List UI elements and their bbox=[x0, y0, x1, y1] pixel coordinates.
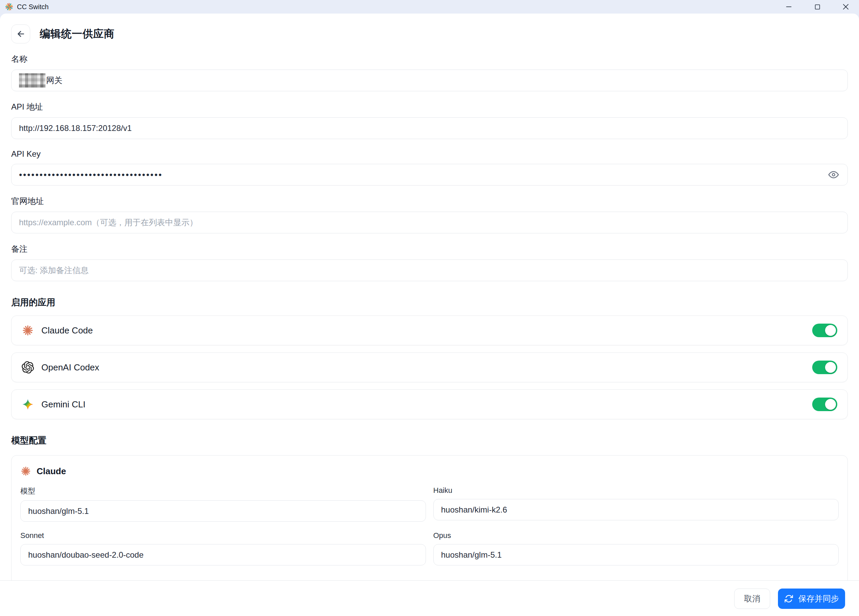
model-field-sonnet: Sonnet bbox=[20, 531, 426, 566]
close-button[interactable] bbox=[839, 1, 852, 13]
toggle-openai-codex[interactable] bbox=[812, 361, 837, 374]
scroll-area[interactable]: 编辑统一供应商 名称 网关 API 地址 API Key bbox=[0, 14, 859, 581]
save-button-label: 保存并同步 bbox=[798, 593, 839, 604]
model-field-opus: Opus bbox=[433, 531, 839, 566]
model-card-header: Claude bbox=[20, 466, 839, 477]
name-input[interactable]: 网关 bbox=[11, 70, 848, 91]
model-config-section-title: 模型配置 bbox=[11, 435, 848, 446]
maximize-button[interactable] bbox=[811, 1, 824, 13]
model-field-label: Opus bbox=[433, 531, 839, 540]
name-field-group: 名称 网关 bbox=[11, 53, 848, 91]
app-row-claude-code: Claude Code bbox=[11, 316, 848, 345]
openai-icon bbox=[22, 361, 34, 374]
api-key-label: API Key bbox=[11, 149, 848, 159]
claude-icon bbox=[22, 324, 34, 336]
model-field-label: Haiku bbox=[433, 486, 839, 495]
model-card-title: Claude bbox=[37, 466, 66, 477]
cancel-button[interactable]: 取消 bbox=[734, 588, 770, 609]
toggle-knob bbox=[825, 399, 836, 410]
model-grid: 模型 Haiku Sonnet Opus bbox=[20, 486, 839, 575]
model-field-label: 模型 bbox=[20, 486, 426, 496]
website-field-group: 官网地址 bbox=[11, 196, 848, 233]
model-default-input[interactable] bbox=[20, 500, 426, 522]
app-row-label: Claude Code bbox=[41, 325, 93, 336]
app-row-gemini-cli: Gemini CLI bbox=[11, 389, 848, 419]
app-row-openai-codex: OpenAI Codex bbox=[11, 352, 848, 382]
notes-field-group: 备注 bbox=[11, 244, 848, 281]
cc-switch-logo-icon bbox=[5, 2, 14, 11]
api-url-input[interactable] bbox=[11, 117, 848, 139]
maximize-icon bbox=[813, 3, 822, 11]
gemini-icon bbox=[22, 398, 34, 410]
notes-label: 备注 bbox=[11, 244, 848, 255]
app-row-label: Gemini CLI bbox=[41, 399, 86, 410]
redacted-mosaic bbox=[19, 73, 45, 88]
model-field-label: Sonnet bbox=[20, 531, 426, 540]
enabled-apps-section-title: 启用的应用 bbox=[11, 297, 848, 308]
api-url-label: API 地址 bbox=[11, 102, 848, 112]
arrow-left-icon bbox=[16, 29, 26, 39]
api-url-field-group: API 地址 bbox=[11, 102, 848, 139]
sync-icon bbox=[784, 594, 793, 603]
claude-icon bbox=[20, 466, 31, 477]
website-input[interactable] bbox=[11, 212, 848, 233]
main-sheet: 编辑统一供应商 名称 网关 API 地址 API Key bbox=[0, 14, 859, 616]
name-value: 网关 bbox=[46, 75, 62, 86]
notes-input[interactable] bbox=[11, 260, 848, 281]
toggle-key-visibility-button[interactable] bbox=[827, 168, 840, 181]
app-window: CC Switch 编辑统一供应商 bbox=[0, 0, 859, 616]
page-title: 编辑统一供应商 bbox=[40, 27, 115, 41]
toggle-knob bbox=[825, 325, 836, 336]
toggle-claude-code[interactable] bbox=[812, 324, 837, 337]
minimize-icon bbox=[784, 2, 793, 11]
toggle-gemini-cli[interactable] bbox=[812, 397, 837, 411]
toggle-knob bbox=[825, 362, 836, 373]
titlebar: CC Switch bbox=[0, 0, 859, 14]
claude-model-card: Claude 模型 Haiku Sonnet bbox=[11, 455, 848, 581]
close-icon bbox=[841, 2, 850, 11]
footer-bar: 取消 保存并同步 bbox=[0, 581, 859, 616]
minimize-button[interactable] bbox=[782, 1, 795, 13]
back-button[interactable] bbox=[11, 24, 30, 44]
page-header: 编辑统一供应商 bbox=[11, 24, 848, 44]
save-and-sync-button[interactable]: 保存并同步 bbox=[778, 588, 845, 609]
eye-icon bbox=[828, 169, 839, 180]
model-haiku-input[interactable] bbox=[433, 499, 839, 521]
model-field-default: 模型 bbox=[20, 486, 426, 522]
app-row-label: OpenAI Codex bbox=[41, 362, 99, 373]
api-key-field-group: API Key bbox=[11, 149, 848, 186]
model-sonnet-input[interactable] bbox=[20, 544, 426, 566]
website-label: 官网地址 bbox=[11, 196, 848, 206]
window-controls bbox=[782, 1, 854, 13]
api-key-input[interactable] bbox=[11, 164, 848, 186]
name-label: 名称 bbox=[11, 53, 848, 64]
model-field-haiku: Haiku bbox=[433, 486, 839, 522]
window-title: CC Switch bbox=[17, 3, 48, 11]
model-opus-input[interactable] bbox=[433, 544, 839, 566]
